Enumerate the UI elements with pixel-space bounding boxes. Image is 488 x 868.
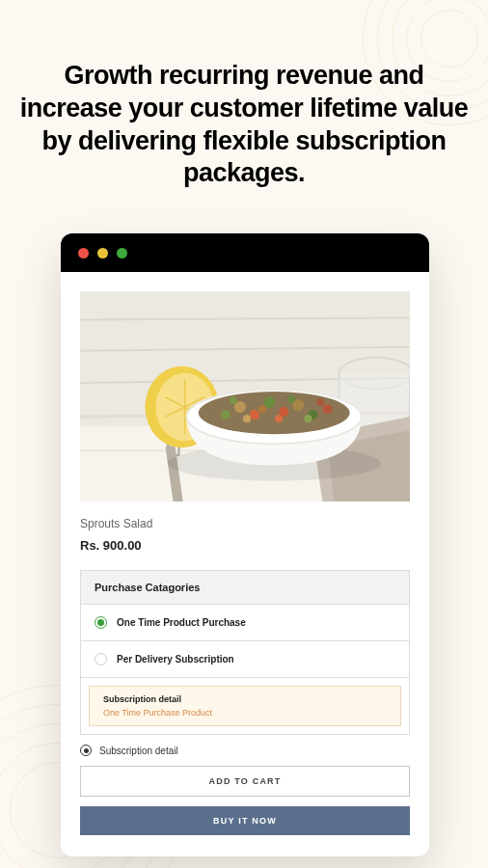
- purchase-option-subscription[interactable]: Per Delivery Subscription: [81, 641, 409, 678]
- radio-selected-icon: [95, 616, 107, 629]
- product-content: Sprouts Salad Rs. 900.00 Purchase Catago…: [61, 272, 429, 856]
- browser-titlebar: [61, 233, 429, 272]
- subscription-detail-label: Subscription detail: [103, 694, 387, 704]
- svg-point-22: [243, 415, 251, 422]
- browser-window: Sprouts Salad Rs. 900.00 Purchase Catago…: [61, 233, 429, 856]
- svg-point-25: [258, 405, 266, 413]
- svg-point-26: [287, 395, 295, 403]
- product-price: Rs. 900.00: [80, 538, 410, 553]
- bullseye-icon: [80, 745, 92, 756]
- subscription-detail-row[interactable]: Subscription detail: [80, 745, 410, 756]
- svg-point-27: [316, 398, 324, 406]
- minimize-icon[interactable]: [97, 248, 108, 258]
- add-to-cart-button[interactable]: ADD TO CART: [80, 766, 410, 797]
- close-icon[interactable]: [78, 248, 89, 258]
- radio-unselected-icon: [95, 653, 107, 665]
- purchase-option-onetime[interactable]: One Time Product Purchase: [81, 605, 409, 641]
- svg-point-20: [322, 404, 332, 414]
- svg-point-21: [221, 410, 230, 420]
- svg-point-24: [304, 415, 312, 422]
- purchase-option-label: Per Delivery Subscription: [117, 654, 234, 665]
- product-title: Sprouts Salad: [80, 517, 410, 530]
- product-image: [80, 291, 410, 502]
- subscription-detail-row-label: Subscription detail: [99, 746, 178, 756]
- maximize-icon[interactable]: [117, 248, 127, 258]
- subscription-detail-text: One Time Purchase Product: [103, 708, 387, 718]
- svg-point-15: [250, 410, 259, 420]
- subscription-detail-box: Subscription detail One Time Purchase Pr…: [89, 686, 401, 726]
- svg-point-28: [230, 396, 237, 404]
- purchase-option-label: One Time Product Purchase: [117, 617, 246, 628]
- svg-point-23: [275, 415, 283, 422]
- buy-it-now-button[interactable]: BUY IT NOW: [80, 806, 410, 835]
- page-headline: Growth recurring revenue and increase yo…: [19, 60, 469, 190]
- purchase-categories-header: Purchase Catagories: [81, 571, 409, 605]
- purchase-categories-box: Purchase Catagories One Time Product Pur…: [80, 570, 410, 735]
